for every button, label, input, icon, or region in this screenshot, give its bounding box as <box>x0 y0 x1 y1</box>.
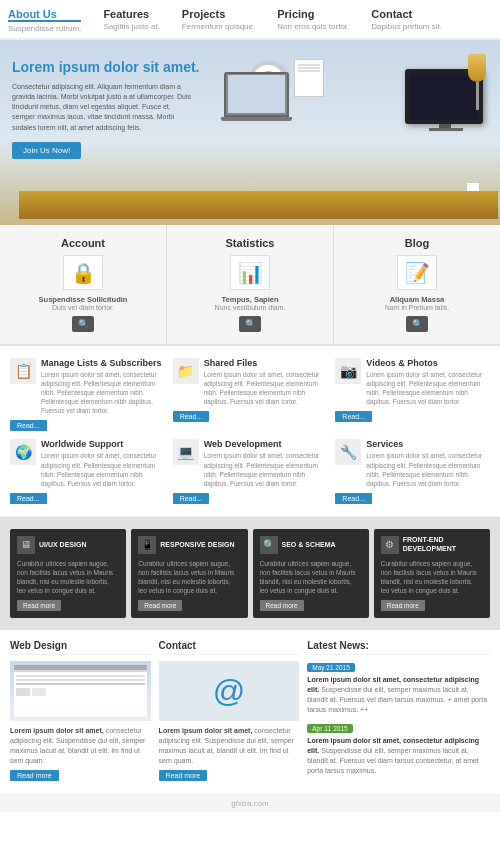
nav-item-pricing[interactable]: PricingNon eros quis tortor. <box>277 8 349 33</box>
dark-card-0: 🖥 UI/UX DESIGN Curabitur ultrices sapien… <box>10 529 126 618</box>
nav-item-sub: Dapibus pretium sit. <box>371 22 442 31</box>
service-icon: 📁 <box>173 358 199 384</box>
service-item-2: 📷 Videos & Photos Lorem ipsum dolor sit … <box>335 358 490 431</box>
dark-card-title: RESPONSIVE DESIGN <box>160 541 234 549</box>
navigation: About UsSuspendisse rutrum.FeaturesSagit… <box>0 0 500 40</box>
service-icon: 💻 <box>173 439 199 465</box>
dark-cards-section: 🖥 UI/UX DESIGN Curabitur ultrices sapien… <box>0 517 500 630</box>
news-text: Lorem ipsum dolor sit amet, consectetur … <box>307 736 490 775</box>
dark-card-text: Curabitur ultrices sapien augue, non fac… <box>17 559 119 595</box>
feature-text2: Nam in Pretium talis. <box>342 304 492 311</box>
lamp-decoration <box>466 54 488 114</box>
hero-body: Consectetur adipiscing elit. Aliquam fer… <box>12 82 192 133</box>
dark-card-icon: 🖥 <box>17 536 35 554</box>
hero-section: Lorem ipsum dolor sit amet. Consectetur … <box>0 40 500 225</box>
watermark: gfxtra.com <box>0 794 500 812</box>
dark-card-icon: ⚙ <box>381 536 399 554</box>
news-text: Lorem ipsum dolor sit amet, consectetur … <box>307 675 490 714</box>
news-item-1: Apr 11 2015 Lorem ipsum dolor sit amet, … <box>307 722 490 775</box>
web-design-text: Lorem ipsum dolor sit amet, consectetur … <box>10 726 151 765</box>
dark-card-text: Curabitur ultrices sapien augue, non fac… <box>381 559 483 595</box>
nav-item-label: Pricing <box>277 8 349 20</box>
bottom-section: Web Design Lorem ipsum dolor sit amet, c… <box>0 630 500 793</box>
nav-item-contact[interactable]: ContactDapibus pretium sit. <box>371 8 442 33</box>
service-read-btn[interactable]: Read... <box>335 493 372 504</box>
dark-card-2: 🔍 SEO & SCHEMA Curabitur ultrices sapien… <box>253 529 369 618</box>
service-read-btn[interactable]: Read... <box>335 411 372 422</box>
service-text: Lorem ipsum dolor sit amet, consectetur … <box>366 451 490 487</box>
nav-item-about-us[interactable]: About UsSuspendisse rutrum. <box>8 8 81 33</box>
service-text: Lorem ipsum dolor sit amet, consectetur … <box>366 370 490 406</box>
dark-card-1: 📱 RESPONSIVE DESIGN Curabitur ultrices s… <box>131 529 247 618</box>
nav-item-label: Features <box>103 8 159 20</box>
features-row: Account 🔒 Suspendisse Sollicitudin Duis … <box>0 225 500 346</box>
service-item-4: 💻 Web Development Lorem ipsum dolor sit … <box>173 439 328 503</box>
nav-item-sub: Non eros quis tortor. <box>277 22 349 31</box>
news-col: Latest News: May 21 2015 Lorem ipsum dol… <box>307 640 490 783</box>
feature-text1: Suspendisse Sollicitudin <box>8 295 158 304</box>
paper-decoration <box>294 59 324 97</box>
feature-title: Blog <box>342 237 492 249</box>
contact-col: Contact @ Lorem ipsum dolor sit amet, co… <box>159 640 300 783</box>
desk-surface <box>19 191 498 219</box>
contact-preview: @ <box>159 661 300 721</box>
contact-text: Lorem ipsum dolor sit amet, consectetur … <box>159 726 300 765</box>
nav-item-projects[interactable]: ProjectsFermentum quisque. <box>182 8 255 33</box>
service-text: Lorem ipsum dolor sit amet, consectetur … <box>204 370 328 406</box>
feature-col-blog: Blog 📝 Aliquam Massa Nam in Pretium tali… <box>334 225 500 344</box>
dark-card-3: ⚙ FRONT-END DEVELOPMENT Curabitur ultric… <box>374 529 490 618</box>
service-item-0: 📋 Manage Lists & Subscribers Lorem ipsum… <box>10 358 165 431</box>
service-item-3: 🌍 Worldwide Support Lorem ipsum dolor si… <box>10 439 165 503</box>
service-item-5: 🔧 Services Lorem ipsum dolor sit amet, c… <box>335 439 490 503</box>
nav-item-sub: Sagittis justo at. <box>103 22 159 31</box>
nav-item-label: Projects <box>182 8 255 20</box>
hero-devices: 🕐 <box>219 54 488 219</box>
service-icon: 📋 <box>10 358 36 384</box>
dark-card-text: Curabitur ultrices sapien augue, non fac… <box>260 559 362 595</box>
feature-title: Statistics <box>175 237 325 249</box>
news-title: Latest News: <box>307 640 490 655</box>
feature-text1: Tempus, Sapien <box>175 295 325 304</box>
feature-col-account: Account 🔒 Suspendisse Sollicitudin Duis … <box>0 225 167 344</box>
service-item-1: 📁 Shared Files Lorem ipsum dolor sit ame… <box>173 358 328 431</box>
service-icon: 🌍 <box>10 439 36 465</box>
web-design-title: Web Design <box>10 640 151 655</box>
dark-card-icon: 🔍 <box>260 536 278 554</box>
web-design-col: Web Design Lorem ipsum dolor sit amet, c… <box>10 640 151 783</box>
contact-read-btn[interactable]: Read more <box>159 770 208 781</box>
feature-icon-box: 📊 <box>230 255 270 290</box>
service-read-btn[interactable]: Read... <box>173 493 210 504</box>
dark-card-read-btn[interactable]: Read more <box>260 600 304 611</box>
service-icon: 📷 <box>335 358 361 384</box>
dark-card-read-btn[interactable]: Read more <box>17 600 61 611</box>
nav-item-sub: Suspendisse rutrum. <box>8 24 81 33</box>
service-title: Web Development <box>204 439 328 449</box>
feature-text1: Aliquam Massa <box>342 295 492 304</box>
news-badge: Apr 11 2015 <box>307 724 352 733</box>
feature-icon-box: 📝 <box>397 255 437 290</box>
service-read-btn[interactable]: Read... <box>10 420 47 431</box>
dark-card-read-btn[interactable]: Read more <box>138 600 182 611</box>
feature-col-statistics: Statistics 📊 Tempus, Sapien Nunc vestibu… <box>167 225 334 344</box>
news-item-0: May 21 2015 Lorem ipsum dolor sit amet, … <box>307 661 490 714</box>
laptop-decoration <box>224 72 289 117</box>
hero-title: Lorem ipsum dolor sit amet. <box>12 59 219 75</box>
web-design-read-btn[interactable]: Read more <box>10 770 59 781</box>
service-text: Lorem ipsum dolor sit amet, consectetur … <box>41 370 165 415</box>
service-icon: 🔧 <box>335 439 361 465</box>
feature-icon-box: 🔒 <box>63 255 103 290</box>
service-text: Lorem ipsum dolor sit amet, consectetur … <box>204 451 328 487</box>
contact-title: Contact <box>159 640 300 655</box>
feature-search-btn[interactable]: 🔍 <box>239 316 261 332</box>
join-button[interactable]: Join Us Now! <box>12 142 81 159</box>
service-title: Services <box>366 439 490 449</box>
feature-search-btn[interactable]: 🔍 <box>72 316 94 332</box>
service-read-btn[interactable]: Read... <box>10 493 47 504</box>
service-title: Manage Lists & Subscribers <box>41 358 165 368</box>
nav-item-features[interactable]: FeaturesSagittis justo at. <box>103 8 159 33</box>
dark-card-title: FRONT-END DEVELOPMENT <box>403 536 483 553</box>
feature-search-btn[interactable]: 🔍 <box>406 316 428 332</box>
nav-item-sub: Fermentum quisque. <box>182 22 255 31</box>
service-read-btn[interactable]: Read... <box>173 411 210 422</box>
dark-card-read-btn[interactable]: Read more <box>381 600 425 611</box>
